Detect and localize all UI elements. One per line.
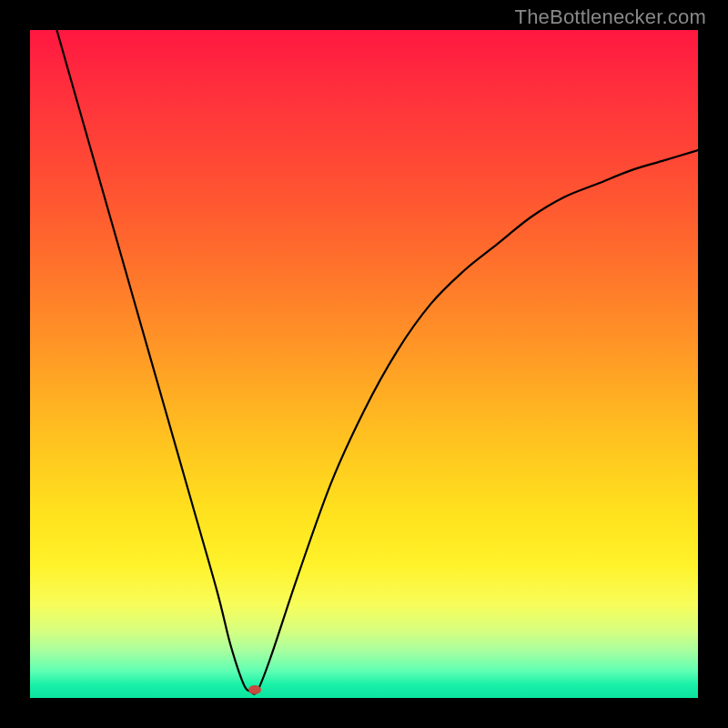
chart-plot-area (30, 30, 698, 698)
watermark-text: TheBottlenecker.com (515, 5, 706, 29)
optimal-marker (248, 685, 261, 694)
bottleneck-curve (30, 30, 698, 698)
